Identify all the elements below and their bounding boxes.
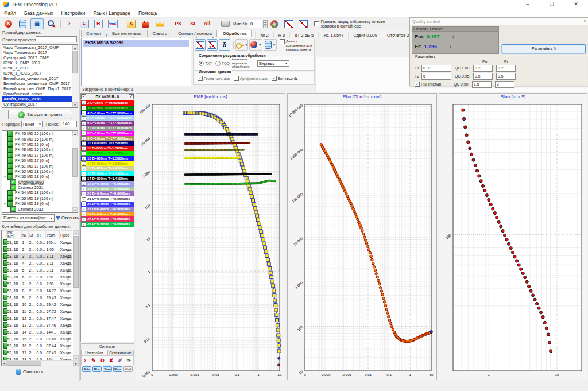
expand-arrow-icon[interactable]: › bbox=[2, 148, 7, 152]
signal-mode-button-rho[interactable]: Rho bbox=[92, 366, 102, 372]
tree-item[interactable]: ›PK 46 MD 16 {100 m} bbox=[2, 136, 78, 141]
emf-plot[interactable]: 00.0000.0010.010.1110100 00010 0001 0001… bbox=[136, 102, 284, 380]
signal-row[interactable]: ✓26 D=6.4mcs T=8.9600ms bbox=[81, 222, 134, 227]
table-column-header[interactable]: № bbox=[22, 231, 29, 239]
order-select[interactable]: Пикет▼ bbox=[21, 121, 43, 127]
signal-row[interactable]: ✓15 D=800ns T=1.4100ms bbox=[81, 166, 134, 171]
expand-arrow-icon[interactable]: › bbox=[2, 142, 7, 146]
brush-icon[interactable]: ✑ bbox=[126, 358, 131, 363]
tab-3[interactable]: Сигнал / помеха bbox=[173, 30, 217, 37]
signal-row[interactable]: ✓11 D=800ns T=1.5800ms bbox=[81, 146, 134, 151]
signal-mode-button-grd[interactable]: Grd bbox=[123, 366, 133, 372]
qc-er-input[interactable]: 0.2 bbox=[496, 65, 516, 72]
signal-row[interactable]: ✓21 D=6.4mcs T=8.9600ms bbox=[81, 196, 134, 202]
tree-item[interactable]: ›PK 54 MD 18 {100 m} bbox=[2, 190, 78, 195]
check-all-right[interactable]: ✓ bbox=[129, 94, 134, 99]
plot-geom-button[interactable]: г bbox=[195, 39, 206, 51]
imp-number-input[interactable]: 0 bbox=[249, 20, 262, 28]
signal-checkbox[interactable]: ✓ bbox=[82, 131, 86, 136]
signal-checkbox[interactable]: ✓ bbox=[82, 187, 86, 191]
qc-er-input[interactable]: 2 bbox=[495, 81, 514, 88]
tab-4[interactable]: Обработка bbox=[218, 30, 252, 37]
project-item[interactable]: ЮУК_1_нЗСБ_2017 bbox=[2, 71, 78, 76]
signal-row[interactable]: ✓17 D=800ns T=1.4100ms bbox=[81, 176, 134, 181]
project-item[interactable]: Вилюйская_синеклиза_2017 bbox=[2, 76, 78, 81]
signal-mode-button-eds[interactable]: Eds bbox=[82, 366, 91, 372]
table-row[interactable]: 53, 18112...0.0...57.72Ханда. bbox=[2, 308, 72, 315]
menu-item-база-данных[interactable]: База данных bbox=[20, 9, 57, 17]
expand-arrow-icon[interactable]: › bbox=[2, 153, 7, 157]
signal-row[interactable]: ✓3 D=25ns T=40.0000mcs bbox=[81, 106, 134, 111]
expand-arrow-icon[interactable]: ∨ bbox=[2, 175, 7, 179]
all-button[interactable]: All bbox=[200, 18, 214, 29]
table-row[interactable]: 53, 18172...0.0...87.43Ханда. bbox=[2, 350, 72, 357]
clear-button[interactable]: Очистить bbox=[16, 369, 43, 375]
signal-checkbox[interactable]: ✓ bbox=[82, 161, 86, 166]
pen-icon[interactable]: ✎ bbox=[91, 358, 96, 363]
tree-item[interactable]: ✓Стоянка 2032 bbox=[2, 206, 78, 211]
table-row[interactable]: 53, 1882...0.0...14.72Ханда. bbox=[2, 288, 72, 295]
signal-checkbox[interactable]: ✓ bbox=[82, 156, 86, 161]
eraser-icon[interactable]: ✐ bbox=[118, 358, 122, 363]
signal-checkbox[interactable]: ✓ bbox=[82, 126, 86, 130]
table-column-header[interactable]: PK, MD bbox=[7, 231, 22, 239]
check-all-left[interactable]: ✓ bbox=[81, 94, 86, 99]
signal-row[interactable]: ✓18 D=6.4mcs T=8.9600ms bbox=[81, 181, 134, 187]
qc-close-icon[interactable]: ✕ bbox=[582, 19, 588, 24]
signal-list[interactable]: ✓ ПК №53 R- 0 ✓ ✓2 D=25ns T=40.0000mcs✓3… bbox=[80, 93, 134, 342]
table-row[interactable]: 53, 1832...0.0...3.11Ханда. bbox=[2, 253, 72, 260]
project-item[interactable]: Вилюйская_синеклиза_ОМР_2017 bbox=[2, 81, 78, 86]
save-db-button[interactable]: ▼ bbox=[264, 39, 277, 51]
project-item[interactable]: Сунтарский_2017_ОМР bbox=[2, 55, 78, 60]
table-row[interactable]: 53, 18102...0.0...29.42Ханда. bbox=[2, 301, 72, 308]
table-row[interactable]: 53, 18132...0.0...87.46Ханда. bbox=[2, 322, 72, 329]
plot-arith-button[interactable]: А bbox=[207, 39, 218, 51]
signal-checkbox[interactable]: ✓ bbox=[82, 176, 86, 181]
signal-row[interactable]: ✓19 D=6.4mcs T=8.9600ms bbox=[81, 187, 134, 192]
close-button[interactable]: ✕ bbox=[564, 0, 588, 9]
project-item[interactable]: Куюмбинский_архив bbox=[2, 91, 78, 96]
table-row[interactable]: 53, 1842...0.0...3.11Ханда. bbox=[2, 260, 72, 267]
signal-checkbox[interactable]: ✓ bbox=[82, 222, 86, 227]
sigma-button[interactable]: Σ bbox=[63, 18, 76, 29]
loaded-item[interactable]: PK53 MD18 St2030 bbox=[83, 40, 189, 47]
menu-item-язык-language[interactable]: Язык / Language bbox=[89, 9, 134, 17]
tree-item[interactable]: ∨PK 56 MD 19 {0 m} bbox=[2, 201, 78, 206]
qc-er-input[interactable]: 0.5 bbox=[496, 73, 516, 80]
expand-arrow-icon[interactable]: › bbox=[2, 159, 7, 162]
tree-item[interactable]: ›PK 55 MD 19 {100 m} bbox=[2, 196, 78, 201]
expand-arrow-icon[interactable]: ∨ bbox=[2, 202, 7, 206]
arith-step-checkbox[interactable] bbox=[234, 76, 239, 81]
project-item[interactable]: Чаро-Токкинская_2017_ОМР bbox=[2, 45, 78, 50]
table-row[interactable]: 53, 1892...0.0...29.43Ханда. bbox=[2, 295, 72, 301]
signal-row[interactable]: ✓12 D=800ns T=1.5800ms bbox=[81, 151, 134, 156]
search-input[interactable]: 140 bbox=[61, 121, 77, 127]
table-column-header[interactable]: St bbox=[29, 231, 36, 239]
signal-checkbox[interactable]: ✓ bbox=[82, 146, 86, 151]
save-dialog-checkbox[interactable]: Диалог сохранения для каждого пикета bbox=[280, 39, 314, 51]
txt-radio[interactable] bbox=[199, 61, 204, 66]
scrollbar-horizontal[interactable]: ◄► bbox=[2, 360, 79, 366]
signal-checkbox[interactable]: ✓ bbox=[82, 217, 86, 222]
apply-checkbox[interactable]: Примен. текущ. отбраковку ко всем запися… bbox=[314, 20, 389, 28]
si-button[interactable]: SI bbox=[186, 18, 199, 29]
scrollbar[interactable]: ▲▼ bbox=[72, 45, 78, 107]
minimize-button[interactable]: – bbox=[516, 0, 540, 9]
signal-row[interactable]: ✓9 D=100ns T=177.0000mcs bbox=[81, 136, 134, 141]
tree-item[interactable]: ✓Стоянка 2030 bbox=[2, 180, 78, 185]
scrollbar[interactable]: ▲▼ bbox=[73, 230, 79, 366]
signal-checkbox[interactable]: ✓ bbox=[82, 202, 86, 206]
load-project-button[interactable]: ✓ Загрузить проект bbox=[8, 110, 72, 119]
table-row[interactable]: 53, 1822...0.0...1.05Ханда. bbox=[2, 246, 72, 253]
er-down-arrow-icon[interactable]: ↓ bbox=[450, 44, 452, 49]
tree-item[interactable]: ✓Стоянка 2031 bbox=[2, 185, 78, 190]
signal-mode-button-raw[interactable]: Raw bbox=[113, 366, 122, 372]
table-row[interactable]: 53, 1862...0.0...7.91Ханда. bbox=[2, 274, 72, 281]
tree-item[interactable]: ›PK 47 MD 16 {0 m} bbox=[2, 142, 78, 147]
signal-checkbox[interactable]: ✓ bbox=[82, 100, 86, 105]
tree-item[interactable]: ›PK 52 MD 18 {100 m} bbox=[2, 169, 78, 174]
tab-2[interactable]: Спектр bbox=[147, 30, 172, 37]
signal-row[interactable]: ✓8 D=100ns T=177.0000mcs bbox=[81, 131, 134, 136]
expand-arrow-icon[interactable]: › bbox=[2, 191, 7, 195]
project-item[interactable]: Ханда_нЗСБ_2016 bbox=[2, 96, 78, 102]
